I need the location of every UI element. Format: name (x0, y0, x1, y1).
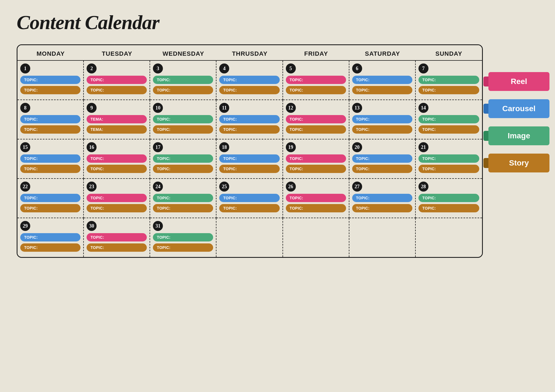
day-number: 16 (87, 142, 97, 152)
topic-pill-2[interactable]: TOPIC: (286, 86, 346, 94)
day-number: 23 (87, 182, 97, 192)
topic-pill-1[interactable]: TOPIC: (286, 76, 346, 84)
topic-pill-2[interactable]: TOPIC: (352, 86, 412, 94)
topic-pill-1[interactable]: TOPIC: (352, 194, 412, 202)
topic-pill-1[interactable]: TOPIC: (219, 76, 279, 84)
calendar-header: MONDAY TUESDAY WEDNESDAY THRUSDAY FRIDAY… (17, 45, 482, 60)
topic-pill-2[interactable]: TOPIC: (219, 165, 279, 173)
topic-pill-2[interactable]: TOPIC: (418, 204, 479, 212)
topic-pill-2[interactable]: TOPIC: (219, 86, 279, 94)
topic-pill-2[interactable]: TEMA: (87, 125, 147, 134)
topic-pill-1[interactable]: TOPIC: (87, 194, 147, 202)
calendar-cell: 2TOPIC:TOPIC: (84, 61, 150, 100)
topic-pill-1[interactable]: TOPIC: (20, 233, 80, 241)
topic-pill-2[interactable]: TOPIC: (87, 86, 147, 94)
calendar-cell: 5TOPIC:TOPIC: (283, 61, 349, 100)
topic-pill-2[interactable]: TOPIC: (418, 125, 479, 134)
topic-pill-2[interactable]: TOPIC: (87, 204, 147, 212)
topic-pill-2[interactable]: TOPIC: (286, 125, 346, 134)
calendar-cell: 18TOPIC:TOPIC: (216, 139, 283, 179)
topic-pill-1[interactable]: TEMA: (87, 115, 147, 123)
calendar-container: MONDAY TUESDAY WEDNESDAY THRUSDAY FRIDAY… (17, 44, 483, 258)
topic-pill-2[interactable]: TOPIC: (219, 125, 279, 134)
topic-pill-1[interactable]: TOPIC: (418, 115, 479, 123)
topic-pill-1[interactable]: TOPIC: (153, 154, 213, 163)
topic-pill-2[interactable]: TOPIC: (153, 243, 213, 252)
topic-pill-1[interactable]: TOPIC: (418, 194, 479, 202)
topic-pill-2[interactable]: TOPIC: (352, 125, 412, 134)
topic-pill-1[interactable]: TOPIC: (286, 115, 346, 123)
topic-pill-1[interactable]: TOPIC: (219, 115, 279, 123)
topic-pill-2[interactable]: TOPIC: (418, 86, 479, 94)
topic-pill-2[interactable]: TOPIC: (286, 165, 346, 173)
topic-pill-1[interactable]: TOPIC: (153, 76, 213, 84)
topic-pill-2[interactable]: TOPIC: (153, 125, 213, 134)
topic-pill-1[interactable]: TOPIC: (219, 194, 279, 202)
calendar-cell: 25TOPIC:TOPIC: (216, 179, 283, 218)
calendar-cell: 19TOPIC:TOPIC: (283, 139, 349, 179)
topic-pill-1[interactable]: TOPIC: (286, 194, 346, 202)
topic-pill-1[interactable]: TOPIC: (20, 194, 80, 202)
topic-pill-1[interactable]: TOPIC: (219, 154, 279, 163)
topic-pill-1[interactable]: TOPIC: (418, 76, 479, 84)
topic-pill-2[interactable]: TOPIC: (20, 86, 80, 94)
topic-pill-1[interactable]: TOPIC: (153, 194, 213, 202)
legend-image-label: Image (508, 131, 530, 140)
topic-pill-2[interactable]: TOPIC: (87, 243, 147, 252)
calendar-cell: 7TOPIC:TOPIC: (416, 61, 482, 100)
calendar-cell: 11TOPIC:TOPIC: (216, 100, 283, 139)
calendar-cell: 8TOPIC:TOPIC: (17, 100, 84, 139)
topic-pill-1[interactable]: TOPIC: (87, 154, 147, 163)
calendar-cell: 30TOPIC:TOPIC: (84, 218, 150, 257)
calendar-cell: 1TOPIC:TOPIC: (17, 61, 84, 100)
topic-pill-1[interactable]: TOPIC: (352, 115, 412, 123)
day-number: 3 (153, 63, 163, 73)
calendar-cell (283, 218, 349, 257)
day-number: 10 (153, 103, 163, 113)
topic-pill-2[interactable]: TOPIC: (20, 204, 80, 212)
topic-pill-1[interactable]: TOPIC: (352, 76, 412, 84)
topic-pill-2[interactable]: TOPIC: (286, 204, 346, 212)
page-title: Content Calendar (17, 11, 159, 34)
calendar-cell: 27TOPIC:TOPIC: (349, 179, 416, 218)
day-number: 6 (352, 63, 362, 73)
topic-pill-2[interactable]: TOPIC: (219, 204, 279, 212)
calendar-cell: 3TOPIC:TOPIC: (150, 61, 216, 100)
day-number: 20 (352, 142, 362, 152)
topic-pill-2[interactable]: TOPIC: (418, 165, 479, 173)
topic-pill-1[interactable]: TOPIC: (87, 233, 147, 241)
topic-pill-2[interactable]: TOPIC: (20, 243, 80, 252)
topic-pill-2[interactable]: TOPIC: (87, 165, 147, 173)
topic-pill-1[interactable]: TOPIC: (418, 154, 479, 163)
topic-pill-2[interactable]: TOPIC: (352, 165, 412, 173)
calendar-cell: 23TOPIC:TOPIC: (84, 179, 150, 218)
day-number: 4 (219, 63, 229, 73)
topic-pill-1[interactable]: TOPIC: (20, 115, 80, 123)
day-number: 17 (153, 142, 163, 152)
calendar-cell: 14TOPIC:TOPIC: (416, 100, 482, 139)
calendar-cell: 6TOPIC:TOPIC: (349, 61, 416, 100)
topic-pill-2[interactable]: TOPIC: (352, 204, 412, 212)
topic-pill-2[interactable]: TOPIC: (153, 165, 213, 173)
topic-pill-1[interactable]: TOPIC: (286, 154, 346, 163)
topic-pill-2[interactable]: TOPIC: (153, 204, 213, 212)
topic-pill-2[interactable]: TOPIC: (153, 86, 213, 94)
header-monday: MONDAY (17, 50, 84, 57)
topic-pill-1[interactable]: TOPIC: (352, 154, 412, 163)
legend-story: Story (488, 154, 549, 172)
legend-reel: Reel (488, 72, 549, 91)
topic-pill-1[interactable]: TOPIC: (20, 76, 80, 84)
topic-pill-1[interactable]: TOPIC: (20, 154, 80, 163)
legend-story-tab (483, 158, 488, 168)
topic-pill-1[interactable]: TOPIC: (153, 233, 213, 241)
day-number: 24 (153, 182, 163, 192)
day-number: 31 (153, 221, 163, 231)
topic-pill-1[interactable]: TOPIC: (87, 76, 147, 84)
day-number: 25 (219, 182, 229, 192)
topic-pill-2[interactable]: TOPIC: (20, 125, 80, 134)
calendar-cell (349, 218, 416, 257)
calendar-cell: 4TOPIC:TOPIC: (216, 61, 283, 100)
calendar-cell: 15TOPIC:TOPIC: (17, 139, 84, 179)
topic-pill-1[interactable]: TOPIC: (153, 115, 213, 123)
topic-pill-2[interactable]: TOPIC: (20, 165, 80, 173)
